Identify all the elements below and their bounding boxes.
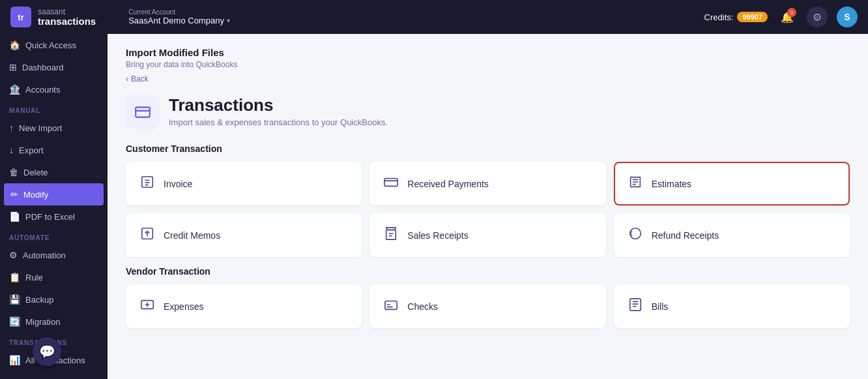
credits-area: Credits: 99907	[704, 12, 768, 22]
chat-button[interactable]: 💬	[33, 337, 61, 366]
sidebar: 🏠 Quick Access ⊞ Dashboard 🏦 Accounts MA…	[0, 34, 108, 379]
credit-memos-icon	[140, 226, 154, 244]
chevron-down-icon: ▾	[227, 17, 230, 24]
invoice-icon	[140, 175, 154, 192]
card-estimates[interactable]: Estimates	[614, 162, 850, 205]
manual-section-label: MANUAL	[0, 100, 108, 117]
refund-receipts-icon	[628, 226, 643, 244]
logo-icon: tr	[10, 7, 31, 27]
notification-badge: 0	[787, 8, 796, 17]
sales-receipts-icon	[384, 226, 398, 244]
expenses-icon	[140, 297, 154, 315]
app-header: tr saasant transactions Current Account …	[0, 0, 868, 34]
back-link[interactable]: ‹ Back	[126, 74, 850, 83]
card-sales-receipts[interactable]: Sales Receipts	[369, 213, 605, 257]
card-bills[interactable]: Bills	[614, 284, 850, 328]
customer-section-label: Customer Transaction	[126, 144, 850, 154]
app-layout: 🏠 Quick Access ⊞ Dashboard 🏦 Accounts MA…	[0, 34, 868, 379]
backup-icon: 💾	[9, 294, 20, 305]
transactions-icon-box	[126, 95, 160, 129]
export-icon: ↓	[9, 145, 14, 155]
home-icon: 🏠	[9, 40, 20, 50]
logo-area: tr saasant transactions	[10, 7, 96, 27]
estimates-icon	[628, 175, 643, 192]
card-received-payments[interactable]: Received Payments	[369, 162, 605, 205]
back-chevron-icon: ‹	[126, 74, 128, 83]
migration-icon: 🔄	[9, 316, 20, 327]
modify-icon: ✏	[10, 189, 18, 200]
header-right: Credits: 99907 🔔 0 ⚙ S	[704, 7, 858, 27]
sidebar-item-automation[interactable]: ⚙ Automation	[0, 244, 108, 266]
sidebar-item-quick-access[interactable]: 🏠 Quick Access	[0, 34, 108, 56]
sidebar-item-modify[interactable]: ✏ Modify	[4, 183, 104, 205]
dashboard-icon: ⊞	[9, 62, 17, 72]
sidebar-item-dashboard[interactable]: ⊞ Dashboard	[0, 56, 108, 78]
credits-badge: 99907	[737, 12, 768, 22]
sidebar-item-migration[interactable]: 🔄 Migration	[0, 311, 108, 333]
svg-rect-1	[142, 177, 153, 188]
bills-icon	[628, 297, 643, 315]
sidebar-item-backup[interactable]: 💾 Backup	[0, 288, 108, 311]
transactions-text: Transactions Import sales & expenses tra…	[169, 95, 388, 127]
notification-button[interactable]: 🔔 0	[777, 7, 798, 27]
all-tx-icon: 📊	[9, 355, 20, 365]
svg-rect-7	[629, 299, 641, 311]
checks-icon	[384, 297, 398, 315]
received-payments-icon	[384, 175, 398, 192]
account-area: Current Account SaasAnt Demo Company ▾	[128, 8, 230, 25]
rule-icon: 📋	[9, 272, 20, 282]
customer-cards-grid: Invoice Received Payments Estimates Cred…	[126, 162, 850, 257]
page-title: Import Modified Files	[126, 47, 850, 58]
delete-icon: 🗑	[9, 167, 18, 177]
page-subtitle: Bring your data into QuickBooks	[126, 60, 850, 69]
svg-rect-2	[384, 179, 398, 187]
card-refund-receipts[interactable]: Refund Receipts	[614, 213, 850, 257]
svg-rect-0	[136, 107, 150, 117]
accounts-icon: 🏦	[9, 84, 20, 95]
automate-section-label: AUTOMATE	[0, 228, 108, 244]
sidebar-item-credit[interactable]: 💳 Credit	[0, 371, 108, 379]
settings-button[interactable]: ⚙	[807, 7, 828, 27]
account-label: Current Account	[128, 8, 230, 16]
card-credit-memos[interactable]: Credit Memos	[126, 213, 362, 257]
logo-text: saasant transactions	[38, 7, 96, 27]
svg-rect-4	[386, 230, 396, 240]
vendor-cards-grid: Expenses Checks Bills	[126, 284, 850, 328]
sidebar-item-pdf-to-excel[interactable]: 📄 PDF to Excel	[0, 205, 108, 228]
transactions-header: Transactions Import sales & expenses tra…	[126, 95, 850, 129]
import-icon: ↑	[9, 123, 14, 133]
svg-rect-6	[385, 301, 397, 310]
pdf-icon: 📄	[9, 211, 20, 222]
account-name[interactable]: SaasAnt Demo Company ▾	[128, 16, 230, 25]
sidebar-item-new-import[interactable]: ↑ New Import	[0, 117, 108, 139]
card-expenses[interactable]: Expenses	[126, 284, 362, 328]
sidebar-item-accounts[interactable]: 🏦 Accounts	[0, 78, 108, 100]
card-checks[interactable]: Checks	[369, 284, 605, 328]
automation-icon: ⚙	[9, 250, 18, 260]
avatar[interactable]: S	[837, 7, 858, 27]
main-content: Import Modified Files Bring your data in…	[108, 34, 868, 379]
card-invoice[interactable]: Invoice	[126, 162, 362, 205]
sidebar-item-rule[interactable]: 📋 Rule	[0, 266, 108, 288]
vendor-section-label: Vendor Transaction	[126, 266, 850, 277]
sidebar-item-delete[interactable]: 🗑 Delete	[0, 161, 108, 183]
sidebar-item-export[interactable]: ↓ Export	[0, 139, 108, 161]
